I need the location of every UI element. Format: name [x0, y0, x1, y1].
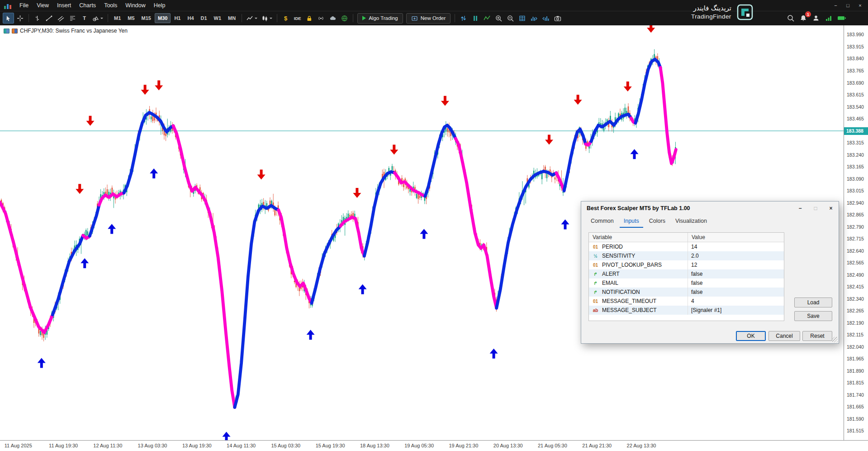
price-axis[interactable]: 183.990183.915183.840183.765183.690183.6… — [844, 25, 868, 440]
input-row-alert[interactable]: ↱ALERTfalse — [589, 269, 784, 278]
price-axis-label: 182.865 — [847, 212, 864, 217]
input-value[interactable]: false — [688, 278, 784, 288]
timeframe-w1-button[interactable]: W1 — [211, 13, 225, 23]
time-axis-label: 12 Aug 11:30 — [93, 443, 122, 448]
input-value[interactable]: 4 — [688, 297, 784, 306]
notifications-bell-button[interactable]: 1 — [797, 13, 809, 24]
timeframe-m1-button[interactable]: M1 — [111, 13, 124, 23]
fibonacci-tool-button[interactable] — [67, 13, 78, 24]
tab-common[interactable]: Common — [587, 216, 618, 228]
input-row-period[interactable]: 01PERIOD14 — [589, 242, 784, 251]
timeframe-h1-button[interactable]: H1 — [171, 13, 184, 23]
signal-broadcast-button[interactable] — [315, 13, 327, 24]
cloud-button[interactable] — [327, 13, 338, 24]
tab-inputs[interactable]: Inputs — [620, 216, 643, 228]
market-watch-dollar-button[interactable]: $ — [280, 13, 291, 24]
indicator-settings-dialog: Best Forex Scalper MT5 by TFLab 1.00 − □… — [581, 201, 839, 344]
cancel-button[interactable]: Cancel — [768, 331, 800, 341]
line-chart-type-button[interactable] — [245, 13, 259, 24]
dialog-close-button[interactable]: × — [823, 202, 839, 215]
toolbar-right-cluster: 1 — [785, 13, 848, 24]
metaeditor-ide-button[interactable]: IDE — [292, 13, 303, 24]
cursor-tool-button[interactable] — [3, 13, 14, 24]
candle-chart-type-button[interactable] — [260, 13, 274, 24]
menu-help[interactable]: Help — [150, 1, 170, 10]
timeframe-mn-button[interactable]: MN — [225, 13, 239, 23]
menu-charts[interactable]: Charts — [75, 1, 100, 10]
pause-chart-button[interactable] — [470, 13, 481, 24]
save-button[interactable]: Save — [794, 311, 832, 321]
input-value[interactable]: [Signaler #1] — [688, 306, 784, 315]
equidistant-channel-tool-button[interactable] — [55, 13, 66, 24]
data-window-button[interactable] — [528, 13, 540, 24]
price-axis-label: 181.890 — [847, 368, 864, 374]
dialog-resize-grip[interactable] — [832, 337, 838, 342]
tab-colors[interactable]: Colors — [645, 216, 669, 228]
search-button[interactable] — [785, 13, 796, 24]
community-globe-button[interactable] — [339, 13, 350, 24]
lock-button[interactable] — [304, 13, 315, 24]
depth-of-market-grid-button[interactable] — [517, 13, 528, 24]
input-row-sensitivity[interactable]: ½SENSITIVITY2.0 — [589, 251, 784, 260]
input-value[interactable]: false — [688, 269, 784, 278]
dialog-maximize-button[interactable]: □ — [808, 202, 823, 215]
dialog-minimize-button[interactable]: − — [792, 202, 808, 215]
input-row-notification[interactable]: ↱NOTIFICATIONfalse — [589, 288, 784, 297]
brand-name-english: TradingFinder — [691, 13, 731, 21]
dropdown-caret-icon — [100, 18, 103, 19]
new-order-button[interactable]: New Order — [406, 13, 451, 24]
chart-indicator-icon[interactable] — [12, 29, 18, 34]
menu-window[interactable]: Window — [121, 1, 149, 10]
zoom-in-button[interactable] — [493, 13, 504, 24]
algo-trading-button[interactable]: Algo Trading — [357, 13, 403, 24]
crosshair-tool-button[interactable] — [14, 13, 26, 24]
screenshot-camera-button[interactable] — [552, 13, 563, 24]
double-type-icon: ½ — [592, 254, 599, 259]
input-variable-name: ↱EMAIL — [589, 278, 688, 288]
load-button[interactable]: Load — [794, 297, 832, 307]
timeframe-m15-button[interactable]: M15 — [138, 13, 154, 23]
menu-tools[interactable]: Tools — [100, 1, 121, 10]
tab-visualization[interactable]: Visualization — [671, 216, 711, 228]
input-value[interactable]: 14 — [688, 242, 784, 251]
window-restore-button[interactable]: □ — [842, 2, 854, 9]
input-value[interactable]: 12 — [688, 260, 784, 269]
user-profile-button[interactable] — [810, 13, 821, 24]
integer-type-icon: 01 — [592, 299, 599, 304]
input-value[interactable]: 2.0 — [688, 251, 784, 260]
menu-insert[interactable]: Insert — [53, 1, 75, 10]
input-row-email[interactable]: ↱EMAILfalse — [589, 278, 784, 288]
timeframe-d1-button[interactable]: D1 — [198, 13, 210, 23]
tick-chart-button[interactable] — [458, 13, 469, 24]
menu-file[interactable]: File — [15, 1, 33, 10]
timeframe-h4-button[interactable]: H4 — [184, 13, 197, 23]
input-row-pivot_lookup_bars[interactable]: 01PIVOT_LOOKUP_BARS12 — [589, 260, 784, 269]
ok-button[interactable]: OK — [736, 331, 766, 341]
vertical-line-tool-button[interactable] — [32, 13, 43, 24]
input-variable-name: 01PERIOD — [589, 242, 688, 251]
trendline-tool-button[interactable] — [43, 13, 55, 24]
timeframe-m30-button[interactable]: M30 — [155, 13, 171, 23]
input-value[interactable]: false — [688, 288, 784, 297]
input-row-message_timeout[interactable]: 01MESSAGE_TIMEOUT4 — [589, 297, 784, 306]
window-close-button[interactable]: × — [854, 2, 866, 9]
dropdown-caret-icon — [270, 18, 272, 19]
strategy-tester-button[interactable] — [540, 13, 551, 24]
input-row-message_subject[interactable]: abMESSAGE_SUBJECT[Signaler #1] — [589, 306, 784, 315]
zigzag-button[interactable] — [481, 13, 493, 24]
window-minimize-button[interactable]: − — [830, 2, 842, 9]
menu-view[interactable]: View — [33, 1, 53, 10]
dialog-title-bar[interactable]: Best Forex Scalper MT5 by TFLab 1.00 − □… — [581, 202, 839, 215]
timeframe-m5-button[interactable]: M5 — [124, 13, 138, 23]
time-axis[interactable]: 11 Aug 202511 Aug 19:3012 Aug 11:3013 Au… — [0, 440, 868, 451]
time-axis-label: 11 Aug 19:30 — [49, 443, 78, 448]
market-depth-icon[interactable] — [4, 29, 9, 34]
zoom-out-button[interactable] — [505, 13, 516, 24]
scalper-indicator-line — [0, 59, 676, 408]
shapes-dropdown-button[interactable] — [90, 13, 105, 24]
text-tool-button[interactable]: T — [79, 13, 90, 24]
chart-symbol-label: CHFJPY,M30: Swiss Franc vs Japanese Yen — [4, 28, 128, 34]
chart-symbol-text: CHFJPY,M30: Swiss Franc vs Japanese Yen — [20, 28, 128, 34]
reset-button[interactable]: Reset — [802, 331, 832, 341]
integer-type-icon: 01 — [592, 245, 599, 249]
